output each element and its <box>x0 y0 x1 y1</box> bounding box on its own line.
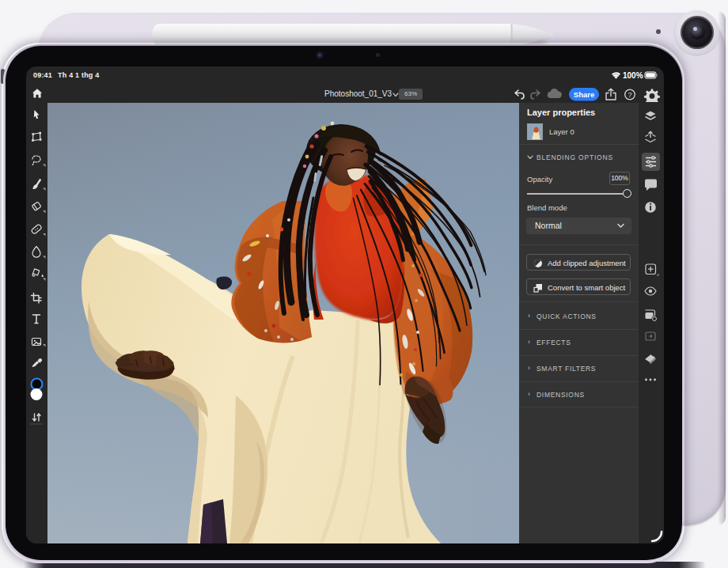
svg-text:?: ? <box>628 91 631 99</box>
svg-text:Share: Share <box>574 90 594 99</box>
svg-text:100%: 100% <box>623 71 643 80</box>
